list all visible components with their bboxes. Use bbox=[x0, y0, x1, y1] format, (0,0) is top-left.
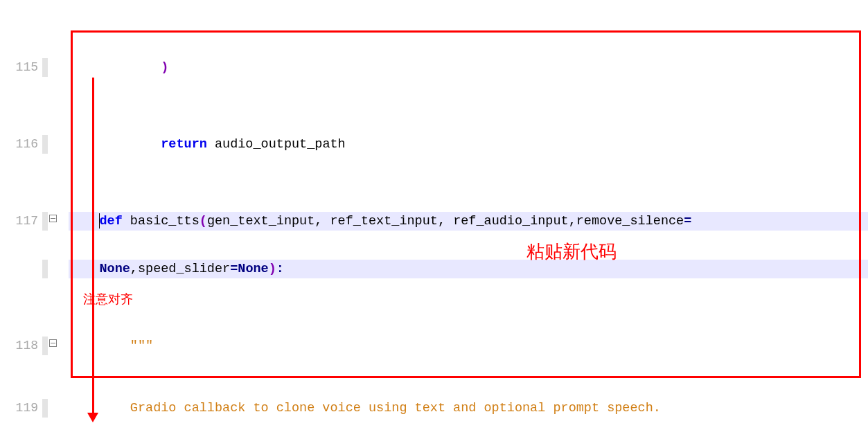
code-editor[interactable]: 115 ) 116 return audio_output_path 117 d… bbox=[0, 0, 868, 448]
line-number: 117 bbox=[0, 212, 42, 231]
code-line-continuation[interactable]: None,speed_slider=None): bbox=[0, 260, 868, 278]
line-number: 116 bbox=[0, 135, 42, 154]
code-line[interactable]: 118 """ bbox=[0, 337, 868, 355]
line-number: 115 bbox=[0, 58, 42, 77]
highlight-box bbox=[71, 30, 861, 378]
code-line[interactable]: 119 Gradio callback to clone voice using… bbox=[0, 399, 868, 418]
margin bbox=[42, 58, 48, 77]
code-line[interactable]: 117 def basic_tts(gen_text_input, ref_te… bbox=[0, 212, 868, 231]
code-line[interactable]: 116 return audio_output_path bbox=[0, 135, 868, 154]
line-number: 119 bbox=[0, 399, 42, 418]
fold-toggle[interactable] bbox=[48, 212, 57, 231]
line-number: 118 bbox=[0, 337, 42, 355]
alignment-arrow bbox=[92, 78, 94, 415]
code-line[interactable]: 115 ) bbox=[0, 58, 868, 77]
fold-column[interactable] bbox=[48, 58, 57, 77]
align-annotation: 注意对齐 bbox=[83, 291, 133, 307]
fold-toggle[interactable] bbox=[48, 337, 57, 355]
